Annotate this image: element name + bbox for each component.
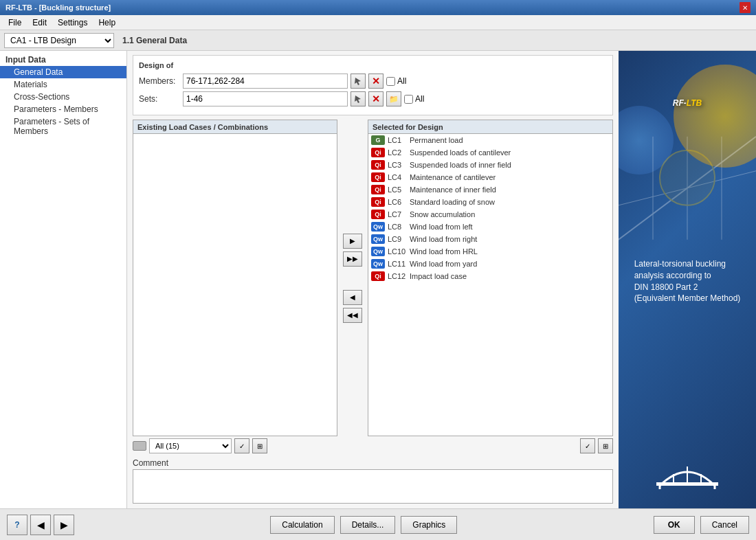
lc-number: LC7 — [388, 210, 407, 218]
close-button[interactable]: ✕ — [740, 2, 751, 13]
existing-header: Existing Load Cases / Combinations — [133, 120, 337, 134]
menu-file[interactable]: File — [3, 16, 27, 29]
comment-section: Comment — [133, 458, 613, 506]
ok-button[interactable]: OK — [654, 516, 695, 534]
main-container: CA1 - LTB Design 1.1 General Data Input … — [0, 30, 756, 540]
graphics-button[interactable]: Graphics — [401, 516, 457, 534]
members-all-label: All — [397, 76, 406, 86]
cancel-button[interactable]: Cancel — [700, 516, 749, 534]
selected-grid-btn[interactable]: ⊞ — [598, 438, 613, 453]
lc-name: Maintenance of inner field — [410, 185, 496, 194]
title-bar: RF-LTB - [Buckling structure] ✕ — [0, 0, 756, 15]
lc-name: Wind load from right — [410, 235, 477, 243]
selected-content[interactable]: GLC1Permanent loadQiLC2Suspended loads o… — [368, 134, 612, 436]
move-all-right-btn[interactable]: ▶▶ — [343, 251, 362, 267]
members-all-group: All — [386, 76, 406, 86]
lc-number: LC2 — [388, 148, 407, 157]
brand-desc-line4: (Equivalent Member Method) — [634, 293, 741, 304]
sets-label: Sets: — [139, 94, 180, 104]
brand-desc-line1: Lateral-torsional buckling — [634, 258, 741, 270]
lc-badge: Qi — [371, 172, 385, 182]
details-button[interactable]: Details... — [340, 516, 396, 534]
menu-help[interactable]: Help — [93, 16, 121, 29]
arrows-panel: ▶ ▶▶ ◀ ◀◀ — [340, 120, 365, 436]
bottom-bar: ? ◀ ▶ Calculation Details... Graphics OK… — [0, 508, 756, 540]
lc-badge: Qi — [371, 210, 385, 219]
sets-folder-btn[interactable]: 📁 — [386, 91, 401, 106]
lc-name: Wind load from HRL — [410, 247, 478, 256]
grid-btn[interactable]: ⊞ — [252, 438, 267, 453]
members-clear-btn[interactable]: ✕ — [368, 74, 383, 89]
sidebar-item-parameters-members[interactable]: Parameters - Members — [0, 103, 126, 115]
menu-edit[interactable]: Edit — [27, 16, 52, 29]
existing-content — [133, 134, 337, 436]
brand-rf: RF- — [673, 98, 687, 108]
move-right-btn[interactable]: ▶ — [343, 234, 362, 249]
lc-number: LC3 — [388, 161, 407, 169]
selected-header: Selected for Design — [368, 120, 612, 134]
move-all-left-btn[interactable]: ◀◀ — [343, 308, 362, 323]
sidebar-item-general-data[interactable]: General Data — [0, 66, 126, 78]
list-item[interactable]: GLC1Permanent load — [368, 134, 612, 146]
move-left-btn[interactable]: ◀ — [343, 290, 362, 305]
sidebar-item-materials[interactable]: Materials — [0, 78, 126, 91]
members-input[interactable] — [183, 74, 348, 89]
selected-check-btn[interactable]: ✓ — [580, 438, 595, 453]
sidebar-item-parameters-sets[interactable]: Parameters - Sets of Members — [0, 115, 126, 137]
list-item[interactable]: QwLC11Wind load from yard — [368, 258, 612, 270]
cursor-icon2 — [353, 94, 363, 104]
brand-desc-line2: analysis according to — [634, 270, 741, 282]
calculation-button[interactable]: Calculation — [270, 516, 334, 534]
sets-select-btn[interactable] — [351, 91, 366, 106]
list-item[interactable]: QiLC2Suspended loads of cantilever — [368, 146, 612, 159]
list-item[interactable]: QiLC4Maintenance of cantilever — [368, 171, 612, 183]
brand-description: Lateral-torsional buckling analysis acco… — [634, 258, 741, 304]
sidebar: Input Data General Data Materials Cross-… — [0, 51, 127, 508]
help-btn[interactable]: ? — [7, 515, 27, 535]
menu-bar: File Edit Settings Help — [0, 15, 756, 30]
sidebar-item-cross-sections[interactable]: Cross-Sections — [0, 91, 126, 103]
bottom-right-buttons: OK Cancel — [654, 516, 749, 534]
sets-all-group: All — [404, 94, 424, 104]
list-item[interactable]: QiLC5Maintenance of inner field — [368, 183, 612, 196]
check-btn[interactable]: ✓ — [234, 438, 249, 453]
brand-logo: RF-LTB — [673, 78, 702, 111]
lc-name: Suspended loads of cantilever — [410, 148, 511, 157]
lc-number: LC8 — [388, 223, 407, 231]
lc-number: LC9 — [388, 235, 407, 243]
nav-prev-btn[interactable]: ◀ — [30, 515, 51, 535]
existing-panel: Existing Load Cases / Combinations — [133, 120, 337, 436]
members-all-checkbox[interactable] — [386, 77, 395, 86]
sets-input[interactable] — [183, 91, 348, 106]
brand-desc-line3: DIN 18800 Part 2 — [634, 282, 741, 293]
brand-ltb: LTB — [687, 98, 702, 108]
list-item[interactable]: QiLC7Snow accumulation — [368, 208, 612, 221]
content-area: Input Data General Data Materials Cross-… — [0, 51, 756, 508]
lc-name: Suspended loads of inner field — [410, 161, 511, 169]
lc-name: Impact load case — [410, 272, 467, 280]
sets-all-checkbox[interactable] — [404, 95, 413, 104]
members-select-btn[interactable] — [351, 74, 366, 89]
lc-number: LC5 — [388, 185, 407, 194]
comment-textarea[interactable] — [133, 469, 613, 504]
list-item[interactable]: QiLC12Impact load case — [368, 270, 612, 282]
list-item[interactable]: QwLC8Wind load from left — [368, 221, 612, 233]
lc-badge: Qi — [371, 148, 385, 157]
sets-clear-btn[interactable]: ✕ — [368, 91, 383, 106]
cursor-icon — [353, 76, 363, 86]
ca-dropdown[interactable]: CA1 - LTB Design — [4, 33, 114, 48]
nav-next-btn[interactable]: ▶ — [54, 515, 74, 535]
selected-panel: Selected for Design GLC1Permanent loadQi… — [368, 120, 613, 436]
list-item[interactable]: QiLC6Standard loading of snow — [368, 196, 612, 208]
sets-row: Sets: ✕ 📁 All — [139, 91, 607, 106]
menu-settings[interactable]: Settings — [52, 16, 93, 29]
list-item[interactable]: QiLC3Suspended loads of inner field — [368, 159, 612, 171]
lc-badge: Qw — [371, 259, 385, 269]
lc-name: Snow accumulation — [410, 210, 475, 218]
lc-filter-select[interactable]: All (15) — [149, 438, 232, 453]
lc-name: Permanent load — [410, 136, 463, 144]
list-item[interactable]: QwLC9Wind load from right — [368, 233, 612, 245]
list-item[interactable]: QwLC10Wind load from HRL — [368, 245, 612, 258]
svg-point-5 — [660, 150, 715, 205]
brand-panel: RF-LTB Lateral-torsional buckling analys… — [619, 51, 756, 508]
